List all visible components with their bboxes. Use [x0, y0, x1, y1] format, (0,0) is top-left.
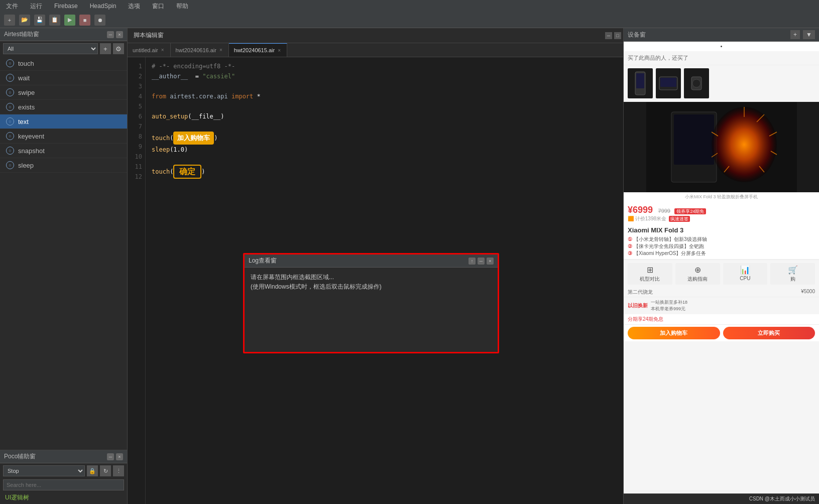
toolbar: + 📂 💾 📋 ▶ ■ ⏺ — [0, 12, 819, 28]
spec-button[interactable]: ⊕ 选购指南 — [675, 263, 720, 285]
api-item-touch[interactable]: ○ touch — [0, 56, 127, 71]
airtest-api-list: ○ touch ○ wait ○ swipe ○ exists ○ text — [0, 56, 127, 450]
product-features: ① 【小米龙骨转轴】创新3级选择轴 ② 【徕卡光学全焦段四摄】全钯跑 ③ 【Xi… — [624, 235, 819, 260]
new-button[interactable]: + — [4, 15, 15, 26]
code-editor[interactable]: 12345 678910 1112 # -*- encoding=utf8 -*… — [128, 57, 623, 504]
wait-icon: ○ — [6, 74, 14, 82]
compare-icon: ⊞ — [647, 265, 653, 275]
price-badge: 领券享24期免 — [674, 208, 706, 214]
tab-hwt20240615[interactable]: hwt20240615.air × — [229, 43, 287, 57]
api-exists-label: exists — [18, 103, 35, 111]
api-item-text[interactable]: ○ text — [0, 114, 127, 129]
log-viewer-export-icon[interactable]: ↑ — [469, 258, 476, 265]
trade-desc: 一站换新至多补18 本机带老券999元 — [651, 299, 815, 312]
sleep-icon: ○ — [6, 161, 14, 169]
cpu-icon: 📊 — [740, 265, 750, 275]
editor-tab-bar: untitled.air × hwt20240616.air × hwt2024… — [128, 43, 623, 57]
open-button[interactable]: 📂 — [19, 15, 30, 26]
save-button[interactable]: 💾 — [34, 15, 45, 26]
menu-firebase[interactable]: Firebase — [52, 2, 80, 11]
record-button[interactable]: ⏺ — [94, 15, 105, 26]
editor-title: 脚本编辑窗 — [130, 29, 168, 42]
buy-section: 加入购物车 立即购买 — [624, 324, 819, 341]
menu-run[interactable]: 运行 — [28, 1, 44, 12]
api-item-swipe[interactable]: ○ swipe — [0, 85, 127, 100]
touch-icon: ○ — [6, 59, 14, 67]
svg-rect-8 — [674, 114, 714, 165]
poco-extra-icon[interactable]: ⋮ — [113, 465, 124, 476]
tab-hwt20240615-label: hwt20240615.air — [234, 47, 275, 53]
tab-untitled-close[interactable]: × — [160, 47, 165, 53]
menu-file[interactable]: 文件 — [4, 1, 20, 12]
poco-tree-item[interactable]: UI逻辑树 — [0, 491, 127, 504]
menu-options[interactable]: 选项 — [126, 1, 142, 12]
device-add-btn[interactable]: + — [790, 30, 800, 39]
editor-controls: ─ □ — [605, 32, 621, 39]
api-item-sleep[interactable]: ○ sleep — [0, 158, 127, 173]
csdn-footer: CSDN @木土而成小小测试员 — [624, 493, 819, 504]
log-viewer-minimize-icon[interactable]: ─ — [478, 258, 485, 265]
buy-now-button[interactable]: 立即购买 — [723, 327, 815, 339]
poco-minimize-icon[interactable]: ─ — [107, 453, 114, 460]
related-product-1[interactable] — [628, 68, 653, 98]
svg-rect-3 — [660, 78, 676, 87]
also-bought-section: 买了此商品的人，还买了 — [624, 51, 819, 65]
api-sleep-label: sleep — [18, 162, 34, 169]
log-viewer-overlay: Log查看窗 ↑ ─ × 请在屏幕范围内框选截图区域... (使用Windows… — [243, 253, 499, 353]
tab-untitled[interactable]: untitled.air × — [128, 43, 171, 57]
play-button[interactable]: ▶ — [64, 15, 75, 26]
airtest-minimize-icon[interactable]: ─ — [107, 31, 114, 38]
cpu-detail-label: 第二代骁龙 — [628, 289, 653, 296]
api-text-label: text — [18, 118, 29, 125]
log-viewer-close-icon[interactable]: × — [487, 258, 494, 265]
device-dropdown-btn[interactable]: ▼ — [803, 30, 815, 39]
api-item-snapshot[interactable]: ○ snapshot — [0, 144, 127, 158]
airtest-add-icon[interactable]: + — [100, 43, 111, 54]
api-item-keyevent[interactable]: ○ keyevent — [0, 129, 127, 144]
keyevent-icon: ○ — [6, 132, 14, 140]
related-product-3[interactable] — [684, 68, 709, 98]
cpu-button[interactable]: 📊 CPU — [723, 263, 768, 285]
tab-hwt20240615-close[interactable]: × — [277, 47, 282, 54]
airtest-filter-select[interactable]: All — [3, 43, 98, 54]
stop-button[interactable]: ■ — [79, 15, 90, 26]
img-btn-add-cart[interactable]: 加入购物车 — [173, 132, 214, 145]
tab-hwt20240616-label: hwt20240616.air — [176, 47, 216, 53]
api-item-exists[interactable]: ○ exists — [0, 100, 127, 114]
save-as-button[interactable]: 📋 — [49, 15, 60, 26]
tab-hwt20240616-close[interactable]: × — [218, 47, 223, 53]
main-area: Airtest辅助窗 ─ × All + ⚙ ○ touch ○ — [0, 28, 819, 504]
airtest-close-icon[interactable]: × — [116, 31, 123, 38]
device-status-dot: • — [624, 42, 819, 51]
poco-search-input[interactable] — [3, 479, 124, 490]
svg-point-10 — [712, 107, 777, 182]
compare-button[interactable]: ⊞ 机型对比 — [628, 263, 672, 285]
poco-close-icon[interactable]: × — [116, 453, 123, 460]
poco-refresh-icon[interactable]: ↻ — [100, 465, 111, 476]
poco-lock-icon[interactable]: 🔒 — [87, 465, 98, 476]
log-viewer-icons: ↑ ─ × — [469, 258, 494, 265]
add-cart-button[interactable]: 加入购物车 — [628, 327, 720, 339]
menu-help[interactable]: 帮助 — [174, 1, 190, 12]
airtest-settings-icon[interactable]: ⚙ — [113, 43, 124, 54]
img-btn-confirm[interactable]: 确定 — [173, 165, 201, 179]
buy-options-button[interactable]: 🛒 购 — [770, 263, 815, 285]
related-product-2[interactable] — [656, 68, 681, 98]
menu-headspin[interactable]: HeadSpin — [88, 2, 119, 11]
price-original: 7999 — [658, 208, 670, 214]
poco-mode-select[interactable]: Stop — [3, 465, 85, 476]
price-section: ¥6999 7999 领券享24期免 🟧 计价1398米金 疯速迷签 — [624, 202, 819, 225]
product-title: Xiaomi MIX Fold 3 — [624, 225, 819, 235]
cpu-series-price: ¥5000 — [801, 289, 815, 296]
editor-maximize-btn[interactable]: □ — [614, 32, 621, 39]
tab-hwt20240616[interactable]: hwt20240616.air × — [171, 43, 229, 57]
api-snapshot-label: snapshot — [18, 147, 45, 155]
editor-minimize-btn[interactable]: ─ — [605, 32, 612, 39]
api-item-wait[interactable]: ○ wait — [0, 71, 127, 85]
menu-window[interactable]: 窗口 — [150, 1, 166, 12]
buy-options-label: 购 — [790, 276, 795, 283]
svg-point-5 — [692, 79, 700, 87]
poco-panel: Poco辅助窗 ─ × Stop 🔒 ↻ ⋮ UI逻辑树 — [0, 450, 128, 504]
feature-3: ③ 【Xiaomi HyperOS】分屏多任务 — [628, 250, 815, 257]
log-line-1: 请在屏幕范围内框选截图区域... — [251, 273, 492, 282]
